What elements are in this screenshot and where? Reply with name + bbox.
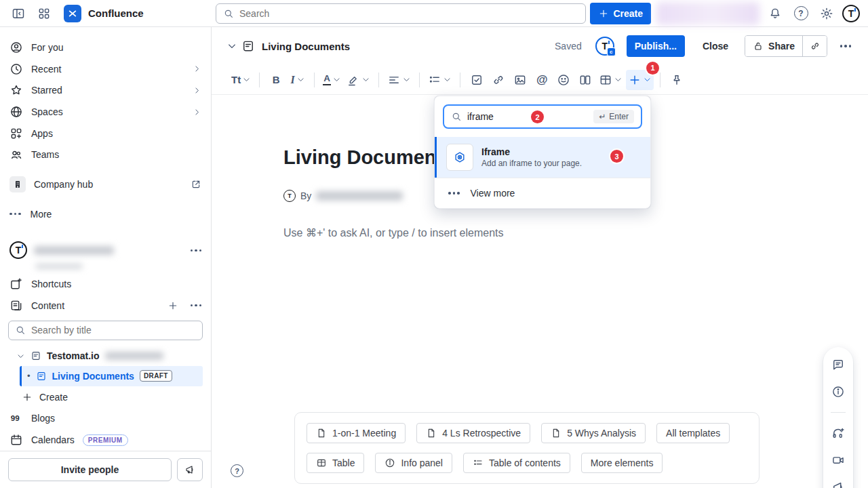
invite-people-button[interactable]: Invite people xyxy=(8,458,172,481)
sidebar-item-more[interactable]: More xyxy=(0,203,211,225)
confluence-logo-icon xyxy=(67,8,78,19)
create-button[interactable]: Create xyxy=(590,3,651,24)
sidebar-search[interactable] xyxy=(8,321,203,341)
lists-button[interactable] xyxy=(426,70,454,90)
emoji-button[interactable] xyxy=(553,70,574,90)
add-content-icon[interactable] xyxy=(167,300,178,311)
space-header[interactable]: T xyxy=(0,239,211,263)
sidebar-create-page[interactable]: Create xyxy=(0,386,211,408)
insert-info-panel-button[interactable]: Info panel xyxy=(375,453,452,473)
text-color-icon: A xyxy=(323,74,331,86)
insert-table-button[interactable]: Table xyxy=(307,453,364,473)
close-button[interactable]: Close xyxy=(696,35,735,57)
user-avatar[interactable]: T xyxy=(842,5,860,22)
announcements-button[interactable] xyxy=(831,481,845,488)
insert-link-button[interactable] xyxy=(488,70,509,90)
image-icon xyxy=(513,73,527,87)
space-more-icon[interactable] xyxy=(191,249,202,252)
bullet-list-icon xyxy=(428,73,441,87)
alignment-button[interactable] xyxy=(385,70,413,90)
sidebar-item-calendars[interactable]: Calendars PREMIUM xyxy=(0,429,211,451)
audio-button[interactable] xyxy=(831,426,845,440)
insert-elements-button[interactable]: 1 xyxy=(626,70,654,90)
insert-elements-menu: 2 ↵ Enter Iframe Add an iframe to your p… xyxy=(434,96,651,209)
insert-image-button[interactable] xyxy=(510,70,530,90)
breadcrumb-page-title[interactable]: Living Documents xyxy=(262,41,350,52)
premium-badge: PREMIUM xyxy=(83,434,128,446)
all-templates-button[interactable]: All templates xyxy=(656,423,730,443)
settings-button[interactable] xyxy=(816,3,837,24)
plus-icon xyxy=(22,392,33,403)
sidebar-item-spaces[interactable]: Spaces xyxy=(0,101,211,123)
template-1on1-meeting[interactable]: 1-on-1 Meeting xyxy=(307,423,406,443)
plus-icon xyxy=(628,73,642,87)
more-elements-button[interactable]: More elements xyxy=(581,453,663,473)
insert-result-iframe[interactable]: Iframe Add an iframe to your page. 3 xyxy=(435,137,650,178)
confluence-logo[interactable] xyxy=(64,5,81,22)
global-search-input[interactable] xyxy=(239,8,578,19)
editor-placeholder[interactable]: Use ⌘+' to ask AI, or type / to insert e… xyxy=(283,226,504,239)
teams-icon xyxy=(9,148,23,161)
view-more-item[interactable]: View more xyxy=(435,178,650,208)
chevron-right-icon xyxy=(193,108,201,117)
sidebar-item-content[interactable]: Content xyxy=(0,295,211,317)
text-styles-button[interactable]: Tt xyxy=(229,70,253,90)
align-left-icon xyxy=(387,73,401,87)
sidebar-item-apps[interactable]: Apps xyxy=(0,123,211,144)
video-button[interactable] xyxy=(831,453,845,467)
tree-item-current-page[interactable]: • Living Documents DRAFT xyxy=(20,366,203,386)
global-search[interactable] xyxy=(216,3,586,24)
iframe-icon xyxy=(446,144,473,171)
app-switcher-button[interactable] xyxy=(34,3,54,24)
feedback-button[interactable] xyxy=(177,458,203,481)
pin-toolbar-button[interactable] xyxy=(667,70,687,90)
task-list-button[interactable] xyxy=(467,70,487,90)
sidebar-item-starred[interactable]: Starred xyxy=(0,79,211,101)
help-button[interactable]: ? xyxy=(791,3,811,24)
publish-button[interactable]: Publish... xyxy=(627,35,685,57)
editor-help-button[interactable]: ? xyxy=(231,464,243,477)
insert-search-input[interactable] xyxy=(467,111,528,122)
template-5-whys-analysis[interactable]: 5 Whys Analysis xyxy=(541,423,646,443)
italic-button[interactable]: I xyxy=(288,70,308,90)
table-button[interactable] xyxy=(597,70,625,90)
layouts-button[interactable] xyxy=(575,70,595,90)
ellipsis-icon xyxy=(840,45,852,47)
chevron-down-icon xyxy=(332,75,341,84)
insert-search[interactable]: 2 ↵ Enter xyxy=(443,104,642,129)
collapse-sidebar-button[interactable] xyxy=(8,3,28,24)
sidebar-item-shortcuts[interactable]: Shortcuts xyxy=(0,273,211,295)
copy-link-button[interactable] xyxy=(802,36,827,56)
emoji-icon xyxy=(557,73,570,87)
result-title: Iframe xyxy=(481,146,582,157)
more-actions-button[interactable] xyxy=(835,36,856,56)
tree-item-root[interactable]: Testomat.io xyxy=(0,346,211,366)
collaborator-avatar[interactable]: T c xyxy=(595,37,614,56)
template-4ls-retrospective[interactable]: 4 Ls Retrospective xyxy=(416,423,530,443)
sidebar: For you Recent Starred Spaces Apps Teams xyxy=(0,27,212,488)
sidebar-item-blogs[interactable]: 99 Blogs xyxy=(0,408,211,430)
search-by-title-input[interactable] xyxy=(31,325,196,336)
sidebar-item-recent[interactable]: Recent xyxy=(0,58,211,80)
bold-button[interactable]: B xyxy=(266,70,286,90)
mention-button[interactable]: @ xyxy=(532,70,552,90)
document-title[interactable]: Living Documents xyxy=(283,146,454,169)
insert-toc-button[interactable]: Table of contents xyxy=(463,453,570,473)
share-button[interactable]: Share xyxy=(745,36,802,56)
search-icon xyxy=(451,111,462,122)
chevron-down-icon[interactable] xyxy=(226,41,237,52)
blurred-space-name xyxy=(34,246,114,255)
comments-button[interactable] xyxy=(831,358,845,371)
text-color-button[interactable]: A xyxy=(321,70,343,90)
details-button[interactable] xyxy=(831,385,845,399)
editor-toolbar: Tt B I A xyxy=(212,65,868,95)
notifications-button[interactable] xyxy=(765,3,785,24)
sidebar-item-company-hub[interactable]: Company hub xyxy=(0,174,211,195)
highlight-button[interactable] xyxy=(344,70,372,90)
collaborator-badge: c xyxy=(607,47,616,56)
content-more-icon[interactable] xyxy=(191,304,202,307)
search-icon xyxy=(223,8,234,19)
annotation-badge-3: 3 xyxy=(610,150,623,163)
sidebar-item-for-you[interactable]: For you xyxy=(0,37,211,58)
sidebar-item-teams[interactable]: Teams xyxy=(0,144,211,166)
